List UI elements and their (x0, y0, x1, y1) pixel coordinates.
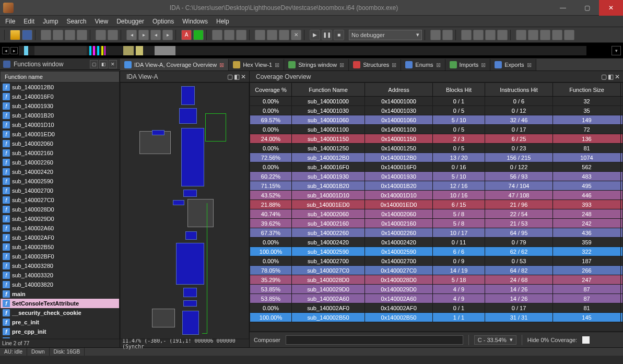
coverage-row[interactable]: 43.52%sub_140001D100x140001D1010 / 1647 … (250, 191, 622, 200)
coverage-row[interactable]: 0.00%sub_1400012500x1400012500 / 50 / 23… (250, 144, 622, 153)
functions-window-tab[interactable]: Functions window ▢ ◧ ✕ (0, 58, 120, 70)
menu-view[interactable]: View (95, 18, 108, 25)
function-row[interactable]: fsub_140002B50 (1, 242, 119, 252)
function-row[interactable]: fsub_1400028D0 (1, 205, 119, 214)
menu-edit[interactable]: Edit (23, 18, 34, 25)
tool-icon[interactable] (255, 30, 265, 40)
tool-icon[interactable] (41, 30, 51, 40)
main-tab[interactable]: Hex View-1⊠ (229, 59, 284, 71)
menu-windows[interactable]: Windows (182, 18, 208, 25)
function-row[interactable]: fsub_140001D10 (1, 120, 119, 130)
hide-zero-checkbox[interactable] (582, 336, 590, 344)
tool-icon[interactable] (540, 30, 550, 40)
tab-close-icon[interactable]: ⊠ (481, 62, 486, 68)
restore-icon[interactable]: ▢ (227, 73, 233, 80)
run-icon[interactable] (193, 30, 204, 40)
coverage-row[interactable]: 60.22%sub_1400019300x1400019305 / 1056 /… (250, 172, 622, 181)
main-tab[interactable]: Exports⊠ (490, 59, 536, 71)
delete-icon[interactable]: ✕ (291, 30, 301, 40)
arrow-left-icon[interactable]: ◂ (126, 30, 137, 40)
coverage-row[interactable]: 72.56%sub_1400012B00x1400012B013 / 20156… (250, 153, 622, 162)
restore-icon[interactable]: ▢ (601, 73, 607, 80)
coverage-row[interactable]: 67.37%sub_1400022600x14000226010 / 1764 … (250, 228, 622, 238)
menu-help[interactable]: Help (216, 18, 229, 25)
coverage-row[interactable]: 0.00%sub_1400024200x1400024200 / 110 / 7… (250, 238, 622, 247)
function-row[interactable]: fpre_cpp_init (1, 327, 119, 336)
function-row[interactable]: fsub_140002A60 (1, 224, 119, 233)
tab-close-icon[interactable]: ⊠ (527, 62, 532, 68)
pin-icon[interactable]: ◧ (99, 60, 108, 68)
function-row[interactable]: fsub_140002AF0 (1, 233, 119, 242)
coverage-column-header[interactable]: Blocks Hit (433, 83, 485, 96)
main-tab[interactable]: IDA View-A, Coverage Overview⊠ (120, 59, 229, 71)
coverage-row[interactable]: 0.00%sub_140002AF00x140002AF00 / 10 / 17… (250, 303, 622, 313)
debugger-combo[interactable]: No debugger▾ (349, 30, 422, 40)
pin-icon[interactable]: ◧ (608, 73, 614, 80)
tool-icon[interactable] (77, 30, 87, 40)
close-icon[interactable]: ✕ (109, 60, 117, 68)
coverage-row[interactable]: 69.57%sub_1400010600x1400010605 / 1032 /… (250, 115, 622, 125)
coverage-row[interactable]: 71.15%sub_140001B200x140001B2012 / 1674 … (250, 181, 622, 191)
tool-icon[interactable] (236, 30, 246, 40)
coverage-row[interactable]: 0.00%sub_1400010000x1400010000 / 10 / 63… (250, 97, 622, 106)
save-icon[interactable] (22, 30, 32, 40)
function-row[interactable]: fsub_140002160 (1, 148, 119, 158)
tool-icon[interactable] (212, 30, 222, 40)
close-button[interactable]: ✕ (599, 0, 623, 16)
coverage-row[interactable]: 24.00%sub_1400011500x1400011502 / 36 / 2… (250, 134, 622, 144)
main-tab[interactable]: Structures⊠ (349, 59, 401, 71)
stop-icon[interactable]: ■ (334, 30, 344, 40)
coverage-row[interactable]: 21.88%sub_140001ED00x140001ED06 / 1521 /… (250, 200, 622, 209)
tab-close-icon[interactable]: ⊠ (275, 62, 279, 68)
tool-icon[interactable] (65, 30, 75, 40)
function-row[interactable]: fsub_140002260 (1, 158, 119, 167)
composer-input[interactable] (286, 335, 463, 345)
function-row[interactable]: fsub_140002420 (1, 167, 119, 177)
nav-dropdown-icon[interactable]: ▾ (612, 46, 621, 55)
coverage-row[interactable]: 40.74%sub_1400020600x1400020605 / 822 / … (250, 209, 622, 219)
tool-icon[interactable] (564, 30, 574, 40)
main-tab[interactable]: Enums⊠ (401, 59, 445, 71)
maximize-button[interactable]: ▢ (575, 0, 599, 16)
function-row[interactable]: fsub_140003820 (1, 280, 119, 289)
nav-bar[interactable] (19, 46, 586, 55)
coverage-column-header[interactable]: Address (365, 83, 433, 96)
tab-close-icon[interactable]: ⊠ (436, 62, 441, 68)
restore-icon[interactable]: ▢ (90, 60, 98, 68)
open-icon[interactable] (10, 30, 20, 40)
tool-icon[interactable] (96, 30, 106, 40)
coverage-row[interactable]: 0.00%sub_1400011000x1400011000 / 50 / 17… (250, 125, 622, 134)
tool-icon[interactable] (279, 30, 289, 40)
main-tab[interactable]: Strings window⊠ (284, 59, 349, 71)
coverage-row[interactable]: 100.00%sub_1400025900x1400025906 / 662 /… (250, 247, 622, 256)
tool-icon[interactable] (461, 30, 472, 40)
tool-icon[interactable] (485, 30, 496, 40)
tool-icon[interactable] (442, 30, 453, 40)
tool-icon[interactable] (53, 30, 63, 40)
functions-column-header[interactable]: Function name (0, 71, 120, 83)
tab-close-icon[interactable]: ⊠ (392, 62, 396, 68)
function-row[interactable]: fsub_140001B20 (1, 111, 119, 120)
menu-search[interactable]: Search (66, 18, 86, 25)
menu-file[interactable]: File (5, 18, 15, 25)
a-icon[interactable]: A (181, 30, 192, 40)
coverage-column-header[interactable]: Function Size (553, 83, 621, 96)
function-row[interactable]: fpre_c_init (1, 318, 119, 327)
function-row[interactable]: fsub_1400029D0 (1, 214, 119, 224)
main-tab[interactable]: Imports⊠ (445, 59, 491, 71)
coverage-row[interactable]: 53.85%sub_140002A600x140002A604 / 914 / … (250, 294, 622, 303)
tool-icon[interactable] (224, 30, 234, 40)
arrow-right-icon[interactable]: ▸ (138, 30, 149, 40)
coverage-column-header[interactable]: Function Name (292, 83, 365, 96)
tool-icon[interactable] (552, 30, 562, 40)
function-row[interactable]: fsub_140002700 (1, 186, 119, 195)
function-row[interactable]: fsub_140003320 (1, 271, 119, 280)
tool-icon[interactable] (108, 30, 118, 40)
coverage-row[interactable]: 100.00%sub_140002B500x140002B501 / 131 /… (250, 313, 622, 322)
menu-debugger[interactable]: Debugger (116, 18, 144, 25)
coverage-combo[interactable]: C - 33.54%▾ (474, 335, 516, 345)
tool-icon[interactable] (430, 30, 441, 40)
coverage-row[interactable]: 0.00%sub_1400016F00x1400016F00 / 160 / 1… (250, 162, 622, 172)
function-row[interactable]: fmain (1, 289, 119, 299)
function-row[interactable]: fsub_1400016F0 (1, 92, 119, 101)
